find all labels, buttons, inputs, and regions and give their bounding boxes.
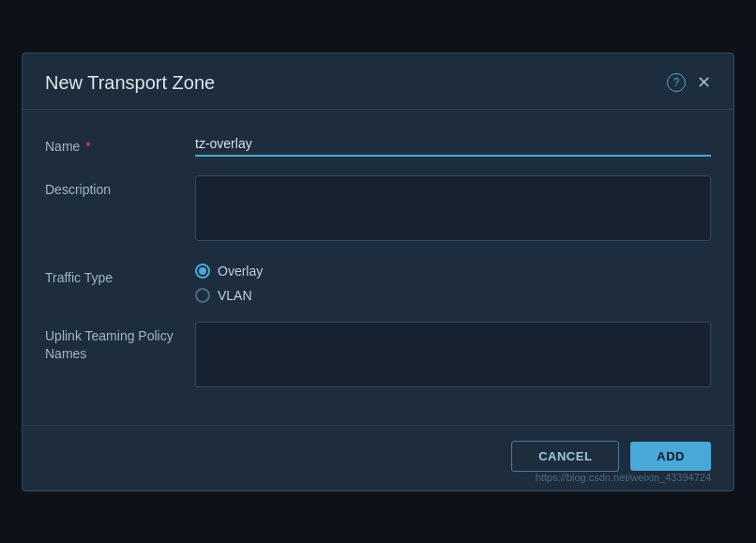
description-label: Description: [45, 175, 195, 200]
uplink-teaming-input[interactable]: [195, 322, 711, 387]
traffic-type-row: Traffic Type Overlay VLAN: [45, 264, 711, 303]
overlay-radio-item[interactable]: Overlay: [195, 264, 711, 279]
vlan-radio-item[interactable]: VLAN: [195, 288, 711, 303]
dialog-body: Name * Description Traffic Type: [23, 110, 733, 425]
close-icon[interactable]: ✕: [697, 74, 711, 91]
uplink-teaming-field-container: [195, 322, 711, 391]
new-transport-zone-dialog: New Transport Zone ? ✕ Name * Descriptio…: [22, 53, 734, 491]
dialog-title: New Transport Zone: [45, 72, 215, 94]
footer-url: https://blog.csdn.net/weixin_43394724: [536, 472, 711, 483]
help-icon[interactable]: ?: [667, 73, 686, 92]
overlay-radio[interactable]: [195, 264, 210, 279]
uplink-teaming-label: Uplink Teaming Policy Names: [45, 322, 195, 364]
traffic-type-field-container: Overlay VLAN: [195, 264, 711, 303]
uplink-teaming-row: Uplink Teaming Policy Names: [45, 322, 711, 391]
name-input[interactable]: [195, 132, 711, 157]
vlan-label: VLAN: [218, 288, 252, 303]
description-row: Description: [45, 175, 711, 245]
name-row: Name *: [45, 132, 711, 157]
dialog-header: New Transport Zone ? ✕: [23, 53, 733, 110]
header-icons: ? ✕: [667, 73, 711, 92]
description-field-container: [195, 175, 711, 245]
cancel-button[interactable]: CANCEL: [511, 441, 619, 472]
name-label: Name *: [45, 132, 195, 157]
traffic-type-label: Traffic Type: [45, 264, 195, 288]
add-button[interactable]: ADD: [630, 442, 711, 471]
description-input[interactable]: [195, 175, 711, 241]
required-indicator: *: [82, 139, 90, 154]
name-field-container: [195, 132, 711, 157]
vlan-radio[interactable]: [195, 288, 210, 303]
modal-overlay: New Transport Zone ? ✕ Name * Descriptio…: [0, 0, 756, 543]
overlay-label: Overlay: [218, 264, 263, 279]
traffic-type-radio-group: Overlay VLAN: [195, 264, 711, 303]
